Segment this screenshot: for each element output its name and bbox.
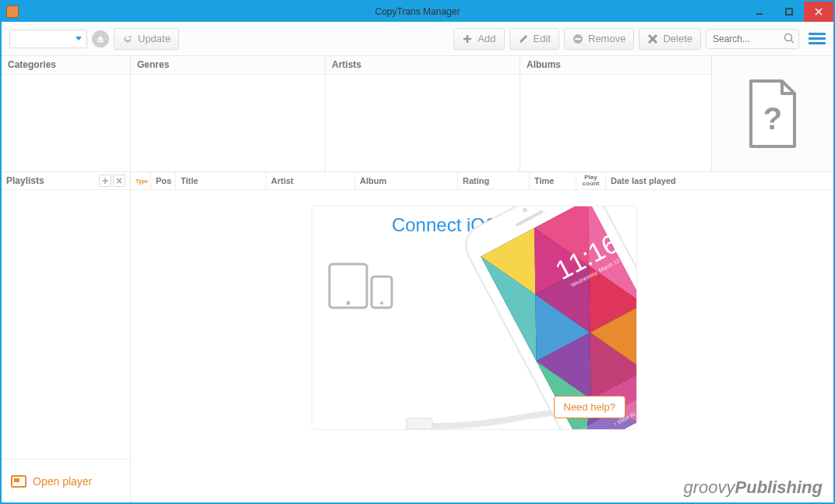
need-help-button[interactable]: Need help? — [554, 396, 626, 418]
playlists-header: Playlists + × — [2, 172, 131, 189]
col-date-last-played[interactable]: Date last played — [606, 172, 833, 189]
hamburger-menu-button[interactable] — [809, 30, 826, 47]
browser-panes: Categories Genres Artists Albums ? — [2, 56, 833, 171]
plus-icon — [462, 33, 473, 44]
delete-button[interactable]: Delete — [639, 28, 701, 50]
search-icon — [784, 33, 794, 47]
add-playlist-button[interactable]: + — [99, 174, 111, 187]
svg-text:?: ? — [763, 101, 782, 136]
svg-rect-21 — [406, 418, 432, 429]
svg-rect-16 — [14, 478, 19, 482]
connect-device-card: Connect iOS device — [312, 206, 637, 430]
col-playcount[interactable]: Play count — [576, 172, 606, 189]
titlebar: CopyTrans Manager — [2, 2, 833, 22]
pencil-icon — [518, 33, 529, 44]
albums-header: Albums — [520, 56, 711, 75]
remove-button[interactable]: Remove — [564, 28, 634, 50]
minus-circle-icon — [573, 33, 583, 44]
edit-label: Edit — [534, 33, 551, 44]
genres-header: Genres — [131, 56, 325, 75]
search-box — [706, 29, 799, 49]
eject-button[interactable] — [92, 30, 109, 48]
watermark: groovyPublishing — [684, 478, 823, 498]
unknown-file-icon: ? — [745, 78, 801, 150]
grid-header-row: Playlists + × Type Pos Title Artist Albu… — [2, 171, 833, 190]
svg-point-12 — [785, 33, 792, 41]
col-album[interactable]: Album — [355, 172, 458, 189]
app-window: CopyTrans Manager Update Add Edit Remove — [0, 0, 835, 504]
col-time[interactable]: Time — [530, 172, 576, 189]
watermark-b: Publishing — [735, 478, 823, 497]
window-title: CopyTrans Manager — [2, 6, 833, 17]
chevron-down-icon — [76, 37, 82, 41]
main-row: Open player Connect iOS device — [2, 190, 833, 502]
remove-label: Remove — [588, 33, 625, 44]
genres-pane[interactable]: Genres — [131, 56, 326, 171]
unknown-file-pane: ? — [712, 56, 833, 171]
playlists-body[interactable] — [2, 190, 130, 459]
open-player-label: Open player — [33, 475, 92, 488]
svg-point-18 — [347, 301, 351, 305]
update-label: Update — [138, 33, 171, 44]
player-icon — [11, 475, 26, 488]
update-button[interactable]: Update — [114, 28, 179, 50]
svg-rect-22 — [406, 421, 409, 427]
categories-header: Categories — [2, 56, 130, 75]
add-label: Add — [477, 33, 495, 44]
playlists-label: Playlists — [6, 175, 44, 186]
svg-line-13 — [791, 40, 794, 43]
col-title[interactable]: Title — [176, 172, 266, 189]
categories-pane[interactable]: Categories — [2, 56, 131, 171]
toolbar: Update Add Edit Remove Delete — [2, 22, 833, 56]
device-icons — [328, 261, 398, 314]
eject-icon — [97, 35, 104, 43]
watermark-a: groovy — [684, 478, 735, 497]
svg-point-20 — [380, 301, 383, 305]
artists-header: Artists — [326, 56, 520, 75]
svg-rect-5 — [97, 41, 104, 42]
col-type[interactable]: Type — [131, 172, 151, 189]
delete-label: Delete — [663, 33, 692, 44]
edit-button[interactable]: Edit — [509, 28, 559, 50]
delete-playlist-button[interactable]: × — [113, 174, 125, 187]
x-icon — [647, 33, 658, 44]
main-content: Connect iOS device — [131, 190, 833, 502]
device-dropdown[interactable] — [9, 30, 87, 48]
playlists-sidebar: Open player — [2, 190, 131, 502]
add-button[interactable]: Add — [453, 28, 504, 50]
refresh-icon — [122, 33, 133, 44]
open-player-button[interactable]: Open player — [2, 459, 130, 502]
col-artist[interactable]: Artist — [266, 172, 355, 189]
svg-marker-4 — [97, 36, 104, 40]
artists-pane[interactable]: Artists — [326, 56, 520, 171]
col-rating[interactable]: Rating — [458, 172, 530, 189]
albums-pane[interactable]: Albums — [520, 56, 712, 171]
col-pos[interactable]: Pos — [151, 172, 176, 189]
